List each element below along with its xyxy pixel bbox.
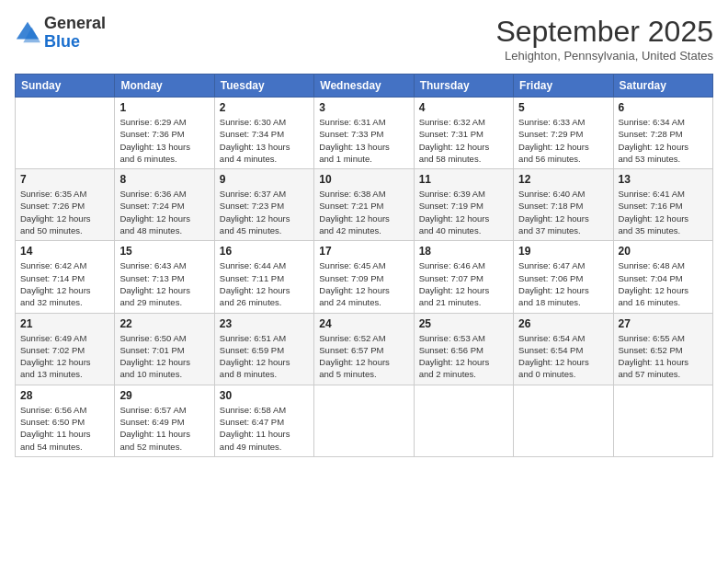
logo: General Blue: [15, 15, 106, 52]
day-info: Sunrise: 6:58 AMSunset: 6:47 PMDaylight:…: [220, 404, 309, 453]
day-info: Sunrise: 6:46 AMSunset: 7:07 PMDaylight:…: [419, 259, 508, 308]
day-number: 13: [619, 173, 708, 186]
day-info: Sunrise: 6:32 AMSunset: 7:31 PMDaylight:…: [419, 116, 508, 165]
day-number: 22: [119, 317, 209, 330]
day-info: Sunrise: 6:39 AMSunset: 7:19 PMDaylight:…: [419, 188, 508, 236]
day-number: 25: [419, 317, 508, 330]
day-info: Sunrise: 6:56 AMSunset: 6:50 PMDaylight:…: [20, 404, 109, 453]
day-info: Sunrise: 6:48 AMSunset: 7:04 PMDaylight:…: [619, 259, 708, 308]
day-info: Sunrise: 6:53 AMSunset: 6:56 PMDaylight:…: [419, 332, 508, 381]
calendar-cell: [16, 98, 115, 169]
day-info: Sunrise: 6:37 AMSunset: 7:23 PMDaylight:…: [220, 188, 309, 236]
day-info: Sunrise: 6:44 AMSunset: 7:11 PMDaylight:…: [220, 259, 309, 308]
week-row-2: 7Sunrise: 6:35 AMSunset: 7:26 PMDaylight…: [16, 169, 713, 241]
calendar-cell: [314, 385, 414, 456]
calendar-cell: 29Sunrise: 6:57 AMSunset: 6:49 PMDayligh…: [115, 385, 214, 456]
day-number: 27: [619, 317, 708, 330]
day-number: 18: [419, 245, 508, 258]
day-number: 28: [20, 389, 109, 402]
location-subtitle: Lehighton, Pennsylvania, United States: [495, 49, 713, 63]
calendar-cell: 16Sunrise: 6:44 AMSunset: 7:11 PMDayligh…: [214, 241, 313, 313]
day-number: 19: [518, 245, 608, 258]
day-number: 8: [119, 173, 209, 186]
day-number: 11: [419, 173, 508, 186]
day-number: 4: [419, 101, 508, 114]
weekday-header-monday: Monday: [115, 75, 214, 98]
day-info: Sunrise: 6:35 AMSunset: 7:26 PMDaylight:…: [20, 188, 109, 236]
calendar-cell: 25Sunrise: 6:53 AMSunset: 6:56 PMDayligh…: [414, 313, 513, 385]
day-info: Sunrise: 6:49 AMSunset: 7:02 PMDaylight:…: [20, 332, 109, 381]
weekday-header-row: SundayMondayTuesdayWednesdayThursdayFrid…: [16, 75, 713, 98]
weekday-header-tuesday: Tuesday: [214, 75, 313, 98]
calendar-cell: 20Sunrise: 6:48 AMSunset: 7:04 PMDayligh…: [613, 241, 712, 313]
calendar-cell: 27Sunrise: 6:55 AMSunset: 6:52 PMDayligh…: [613, 313, 712, 385]
day-info: Sunrise: 6:50 AMSunset: 7:01 PMDaylight:…: [119, 332, 209, 381]
logo-general-text: General: [44, 14, 106, 32]
day-info: Sunrise: 6:29 AMSunset: 7:36 PMDaylight:…: [119, 116, 209, 165]
calendar-cell: 4Sunrise: 6:32 AMSunset: 7:31 PMDaylight…: [414, 98, 513, 169]
day-number: 16: [220, 245, 309, 258]
week-row-5: 28Sunrise: 6:56 AMSunset: 6:50 PMDayligh…: [16, 385, 713, 456]
calendar-cell: 17Sunrise: 6:45 AMSunset: 7:09 PMDayligh…: [314, 241, 414, 313]
logo-blue-text: Blue: [44, 32, 80, 51]
day-number: 23: [220, 317, 309, 330]
day-number: 3: [319, 101, 408, 114]
title-block: September 2025 Lehighton, Pennsylvania, …: [495, 15, 713, 63]
day-info: Sunrise: 6:52 AMSunset: 6:57 PMDaylight:…: [319, 332, 408, 381]
calendar-cell: 10Sunrise: 6:38 AMSunset: 7:21 PMDayligh…: [314, 169, 414, 241]
day-number: 12: [518, 173, 608, 186]
calendar-cell: 3Sunrise: 6:31 AMSunset: 7:33 PMDaylight…: [314, 98, 414, 169]
day-number: 2: [220, 101, 309, 114]
calendar-cell: 2Sunrise: 6:30 AMSunset: 7:34 PMDaylight…: [214, 98, 313, 169]
weekday-header-thursday: Thursday: [414, 75, 513, 98]
day-number: 9: [220, 173, 309, 186]
calendar-cell: 19Sunrise: 6:47 AMSunset: 7:06 PMDayligh…: [514, 241, 613, 313]
week-row-4: 21Sunrise: 6:49 AMSunset: 7:02 PMDayligh…: [16, 313, 713, 385]
calendar-cell: 28Sunrise: 6:56 AMSunset: 6:50 PMDayligh…: [16, 385, 115, 456]
day-info: Sunrise: 6:30 AMSunset: 7:34 PMDaylight:…: [220, 116, 309, 165]
day-info: Sunrise: 6:51 AMSunset: 6:59 PMDaylight:…: [220, 332, 309, 381]
weekday-header-sunday: Sunday: [16, 75, 115, 98]
day-number: 29: [119, 389, 209, 402]
day-info: Sunrise: 6:45 AMSunset: 7:09 PMDaylight:…: [319, 259, 408, 308]
calendar-table: SundayMondayTuesdayWednesdayThursdayFrid…: [15, 74, 713, 457]
day-info: Sunrise: 6:42 AMSunset: 7:14 PMDaylight:…: [20, 259, 109, 308]
calendar-cell: 22Sunrise: 6:50 AMSunset: 7:01 PMDayligh…: [115, 313, 214, 385]
calendar-cell: 23Sunrise: 6:51 AMSunset: 6:59 PMDayligh…: [214, 313, 313, 385]
calendar-cell: 21Sunrise: 6:49 AMSunset: 7:02 PMDayligh…: [16, 313, 115, 385]
calendar-cell: 30Sunrise: 6:58 AMSunset: 6:47 PMDayligh…: [214, 385, 313, 456]
weekday-header-wednesday: Wednesday: [314, 75, 414, 98]
calendar-cell: 1Sunrise: 6:29 AMSunset: 7:36 PMDaylight…: [115, 98, 214, 169]
day-info: Sunrise: 6:33 AMSunset: 7:29 PMDaylight:…: [518, 116, 608, 165]
calendar-cell: 12Sunrise: 6:40 AMSunset: 7:18 PMDayligh…: [514, 169, 613, 241]
day-info: Sunrise: 6:57 AMSunset: 6:49 PMDaylight:…: [119, 404, 209, 453]
day-number: 7: [20, 173, 109, 186]
day-number: 15: [119, 245, 209, 258]
calendar-cell: 18Sunrise: 6:46 AMSunset: 7:07 PMDayligh…: [414, 241, 513, 313]
day-info: Sunrise: 6:41 AMSunset: 7:16 PMDaylight:…: [619, 188, 708, 236]
page-header: General Blue September 2025 Lehighton, P…: [15, 15, 713, 63]
calendar-cell: 15Sunrise: 6:43 AMSunset: 7:13 PMDayligh…: [115, 241, 214, 313]
day-number: 6: [619, 101, 708, 114]
day-info: Sunrise: 6:38 AMSunset: 7:21 PMDaylight:…: [319, 188, 408, 236]
day-info: Sunrise: 6:40 AMSunset: 7:18 PMDaylight:…: [518, 188, 608, 236]
weekday-header-saturday: Saturday: [613, 75, 712, 98]
logo-icon: [15, 20, 40, 46]
calendar-cell: 8Sunrise: 6:36 AMSunset: 7:24 PMDaylight…: [115, 169, 214, 241]
day-info: Sunrise: 6:43 AMSunset: 7:13 PMDaylight:…: [119, 259, 209, 308]
day-number: 24: [319, 317, 408, 330]
calendar-cell: 6Sunrise: 6:34 AMSunset: 7:28 PMDaylight…: [613, 98, 712, 169]
weekday-header-friday: Friday: [514, 75, 613, 98]
day-number: 5: [518, 101, 608, 114]
calendar-cell: 26Sunrise: 6:54 AMSunset: 6:54 PMDayligh…: [514, 313, 613, 385]
day-info: Sunrise: 6:36 AMSunset: 7:24 PMDaylight:…: [119, 188, 209, 236]
week-row-3: 14Sunrise: 6:42 AMSunset: 7:14 PMDayligh…: [16, 241, 713, 313]
calendar-cell: 24Sunrise: 6:52 AMSunset: 6:57 PMDayligh…: [314, 313, 414, 385]
calendar-cell: 7Sunrise: 6:35 AMSunset: 7:26 PMDaylight…: [16, 169, 115, 241]
calendar-cell: [514, 385, 613, 456]
month-title: September 2025: [495, 15, 713, 49]
calendar-cell: 13Sunrise: 6:41 AMSunset: 7:16 PMDayligh…: [613, 169, 712, 241]
day-number: 17: [319, 245, 408, 258]
day-number: 20: [619, 245, 708, 258]
day-info: Sunrise: 6:54 AMSunset: 6:54 PMDaylight:…: [518, 332, 608, 381]
